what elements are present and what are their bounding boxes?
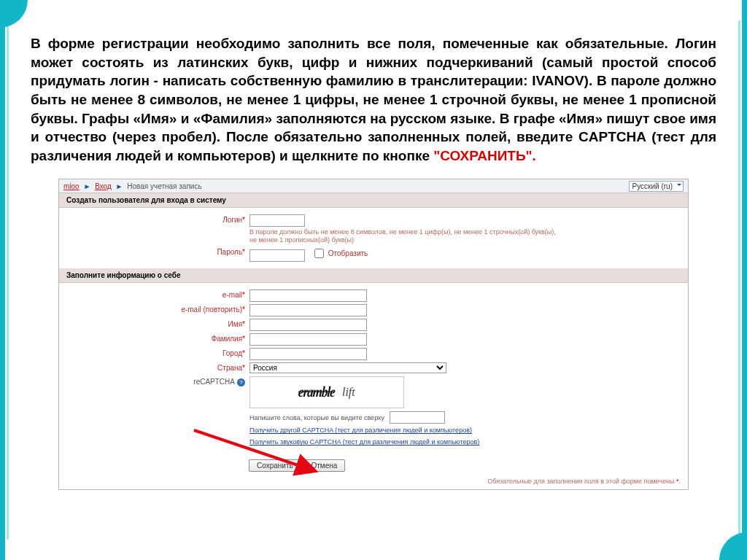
cancel-button[interactable]: Отмена	[303, 459, 345, 472]
save-button[interactable]: Сохранить	[249, 459, 301, 472]
captcha-image: eramble lift	[249, 376, 404, 408]
city-input[interactable]	[249, 348, 367, 360]
country-select[interactable]: Россия	[249, 362, 446, 373]
label-firstname: Имя	[228, 320, 242, 328]
password-hint: В пароле должно быть не менее 8 символов…	[249, 228, 563, 244]
firstname-input[interactable]	[249, 319, 367, 331]
captcha-audio-link[interactable]: Получить звуковую CAPTCHA (тест для разл…	[249, 437, 688, 447]
login-input[interactable]	[249, 214, 305, 227]
section-create-user: Создать пользователя для входа в систему	[59, 193, 688, 208]
required-footnote: Обязательные для заполнения поля в этой …	[59, 476, 688, 489]
language-select[interactable]: Русский (ru)	[629, 181, 684, 192]
help-icon[interactable]: ?	[237, 378, 245, 386]
label-password: Пароль	[217, 248, 242, 256]
section-personal-info: Заполните информацию о себе	[59, 268, 688, 283]
label-email: e-mail	[222, 291, 242, 299]
instruction-paragraph: В форме регистрации необходимо заполнить…	[31, 34, 716, 165]
crumb-root[interactable]: mioo	[63, 182, 80, 190]
show-password-label: Отобразить	[328, 249, 368, 259]
label-city: Город	[222, 349, 242, 357]
crumb-current: Новая учетная запись	[127, 182, 201, 190]
label-login: Логин	[222, 216, 242, 224]
label-recaptcha: reCAPTCHA	[193, 378, 235, 386]
email2-input[interactable]	[249, 304, 367, 316]
password-input[interactable]	[249, 249, 305, 262]
form-screenshot: mioo ► Вход ► Новая учетная запись Русск…	[58, 179, 689, 490]
save-highlight: "СОХРАНИТЬ".	[433, 148, 536, 163]
captcha-input[interactable]	[390, 411, 445, 424]
captcha-refresh-link[interactable]: Получить другой CAPTCHA (тест для различ…	[249, 425, 688, 435]
label-country: Страна	[217, 364, 242, 372]
show-password-checkbox[interactable]	[314, 249, 324, 258]
crumb-login[interactable]: Вход	[95, 182, 112, 190]
lastname-input[interactable]	[249, 333, 367, 346]
breadcrumb: mioo ► Вход ► Новая учетная запись	[63, 182, 202, 190]
label-email2: e-mail (повторить)	[181, 306, 242, 314]
label-lastname: Фамилия	[212, 335, 242, 343]
email-input[interactable]	[249, 289, 367, 302]
captcha-instruction: Напишите слова, которые вы видите сверху	[249, 414, 384, 421]
